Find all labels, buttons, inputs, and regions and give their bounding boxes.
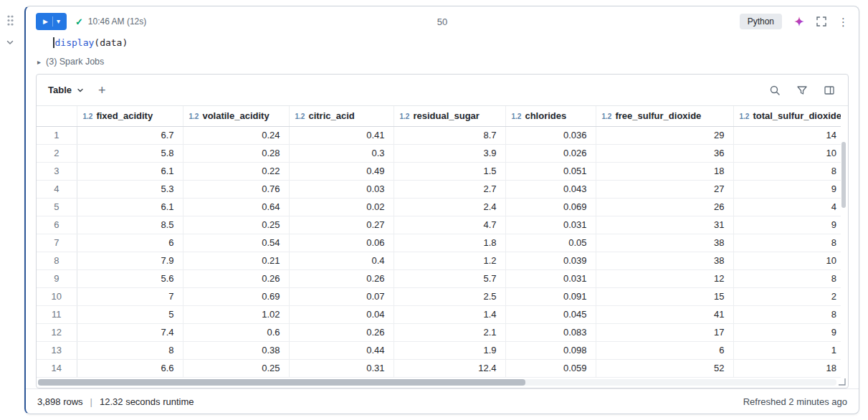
table-cell: 2 xyxy=(733,287,841,305)
table-cell: 10 xyxy=(733,144,841,162)
add-visualization-button[interactable]: + xyxy=(98,84,106,97)
table-cell: 9 xyxy=(733,216,841,234)
table-row: 760.540.061.80.05388 xyxy=(37,234,841,252)
table-cell: 14 xyxy=(733,126,841,144)
row-index: 14 xyxy=(37,359,77,377)
table-cell: 0.045 xyxy=(505,305,596,323)
column-label: residual_sugar xyxy=(413,110,480,121)
table-cell: 1.5 xyxy=(394,162,505,180)
vertical-scrollbar[interactable] xyxy=(841,140,846,375)
table-cell: 1.4 xyxy=(394,305,505,323)
columns-panel-icon[interactable] xyxy=(824,85,835,96)
table-cell: 0.6 xyxy=(183,323,289,341)
column-header[interactable]: 1.2free_sulfur_dioxide xyxy=(596,106,733,126)
table-row: 56.10.640.022.40.069264 xyxy=(37,198,841,216)
spark-jobs-toggle[interactable]: ▸ (3) Spark Jobs xyxy=(26,54,859,74)
numeric-type-icon: 1.2 xyxy=(740,113,750,120)
results-actions xyxy=(769,85,835,96)
table-cell: 31 xyxy=(596,216,733,234)
chevron-down-icon xyxy=(77,87,84,94)
play-icon[interactable]: ▶ xyxy=(39,13,52,30)
vertical-scrollbar-thumb[interactable] xyxy=(841,142,846,208)
table-cell: 2.7 xyxy=(394,180,505,198)
table-cell: 12 xyxy=(596,269,733,287)
column-header[interactable]: 1.2citric_acid xyxy=(289,106,394,126)
expand-icon[interactable] xyxy=(816,16,826,27)
table-row: 127.40.60.262.10.083179 xyxy=(37,323,841,341)
row-index: 7 xyxy=(37,234,77,252)
filter-icon[interactable] xyxy=(796,85,808,96)
results-footer: 3,898 rows | 12.32 seconds runtime Refre… xyxy=(26,388,859,414)
horizontal-scrollbar[interactable] xyxy=(38,379,836,386)
table-cell: 0.059 xyxy=(505,359,596,377)
table-cell: 1 xyxy=(733,341,841,359)
column-header[interactable]: 1.2total_sulfur_dioxide xyxy=(733,106,841,126)
results-tabs-row: Table + xyxy=(37,75,848,106)
row-index: 8 xyxy=(37,252,77,269)
tab-table[interactable]: Table xyxy=(48,85,84,95)
table-row: 87.90.210.41.20.0393810 xyxy=(37,252,841,269)
code-function: display xyxy=(55,37,95,48)
table-cell: 0.49 xyxy=(289,162,394,180)
table-cell: 0.22 xyxy=(183,162,289,180)
table-row: 1070.690.072.50.091152 xyxy=(37,287,841,305)
column-header[interactable]: 1.2residual_sugar xyxy=(394,106,505,126)
code-editor[interactable]: display(data) xyxy=(26,34,859,54)
table-cell: 0.27 xyxy=(289,216,394,234)
table-cell: 2.1 xyxy=(394,323,505,341)
search-icon[interactable] xyxy=(769,85,781,96)
table-cell: 0.26 xyxy=(289,323,394,341)
row-index: 5 xyxy=(37,198,77,216)
collapse-cell-icon[interactable] xyxy=(6,38,14,47)
table-cell: 0.098 xyxy=(505,341,596,359)
table-cell: 15 xyxy=(596,287,733,305)
table-cell: 6.6 xyxy=(77,359,183,377)
run-dropdown-icon[interactable]: ▾ xyxy=(53,13,64,30)
code-paren-close: ) xyxy=(122,37,128,48)
column-header[interactable]: 1.2volatile_acidity xyxy=(183,106,289,126)
table-cell: 5.7 xyxy=(394,269,505,287)
last-run-status: 10:46 AM (12s) xyxy=(88,16,146,27)
table-cell: 7.9 xyxy=(77,252,183,269)
table-cell: 1.2 xyxy=(394,252,505,269)
numeric-type-icon: 1.2 xyxy=(295,113,305,120)
table-cell: 7.4 xyxy=(77,323,183,341)
table-cell: 0.26 xyxy=(289,269,394,287)
table-cell: 4.7 xyxy=(394,216,505,234)
cell-number: 50 xyxy=(26,16,859,27)
row-index: 1 xyxy=(37,126,77,144)
footer-separator: | xyxy=(90,396,92,407)
table-cell: 7 xyxy=(77,287,183,305)
drag-handle-icon[interactable] xyxy=(6,14,14,27)
assistant-icon[interactable] xyxy=(793,16,805,27)
row-index: 3 xyxy=(37,162,77,180)
table-cell: 9 xyxy=(733,323,841,341)
language-selector[interactable]: Python xyxy=(740,14,782,29)
horizontal-scrollbar-thumb[interactable] xyxy=(38,379,525,386)
table-body: 16.70.240.418.70.036291425.80.280.33.90.… xyxy=(37,126,841,377)
code-argument: data xyxy=(100,37,122,48)
table-cell: 0.41 xyxy=(289,126,394,144)
notebook-page: ▶ ▾ ✓ 10:46 AM (12s) 50 Python ⋮ display… xyxy=(0,0,868,420)
column-header[interactable]: 1.2chlorides xyxy=(505,106,596,126)
text-cursor xyxy=(53,37,54,48)
table-row: 16.70.240.418.70.0362914 xyxy=(37,126,841,144)
resize-handle[interactable] xyxy=(838,378,846,386)
table-cell: 6.1 xyxy=(77,198,183,216)
table-cell: 0.03 xyxy=(289,180,394,198)
column-label: free_sulfur_dioxide xyxy=(615,110,701,121)
table-cell: 0.69 xyxy=(183,287,289,305)
spark-jobs-label: (3) Spark Jobs xyxy=(46,57,104,67)
run-button[interactable]: ▶ ▾ xyxy=(36,13,67,30)
table-cell: 10 xyxy=(733,252,841,269)
column-label: citric_acid xyxy=(308,110,354,121)
column-header[interactable]: 1.2fixed_acidity xyxy=(77,106,183,126)
table-cell: 8.7 xyxy=(394,126,505,144)
numeric-type-icon: 1.2 xyxy=(83,113,93,120)
table-cell: 8.5 xyxy=(77,216,183,234)
table-cell: 0.091 xyxy=(505,287,596,305)
table-row: 1151.020.041.40.045418 xyxy=(37,305,841,323)
cell-menu-icon[interactable]: ⋮ xyxy=(838,16,849,27)
row-index: 2 xyxy=(37,144,77,162)
table-row: 36.10.220.491.50.051188 xyxy=(37,162,841,180)
